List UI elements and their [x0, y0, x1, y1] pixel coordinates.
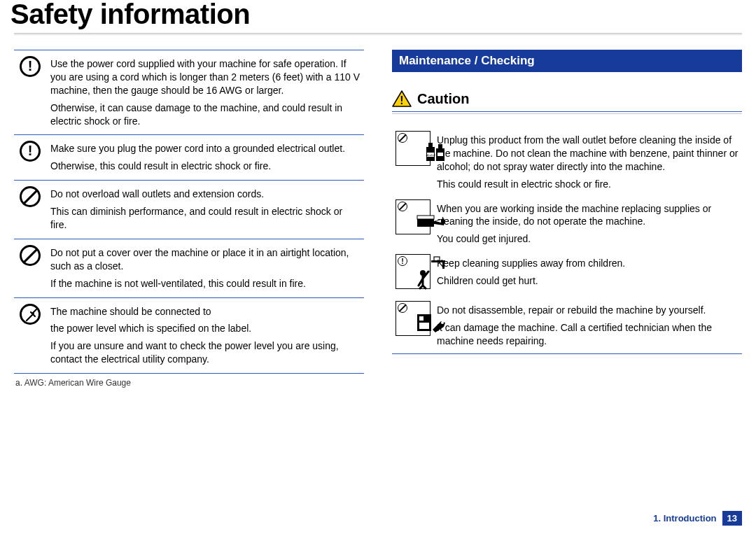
- svg-text:Alcohol: Alcohol: [426, 153, 435, 157]
- safety-text: This can diminish performance, and could…: [50, 205, 360, 232]
- safety-text: Children could get hurt.: [437, 274, 739, 288]
- svg-rect-17: [419, 323, 429, 329]
- svg-rect-16: [419, 316, 424, 321]
- svg-rect-8: [438, 153, 443, 156]
- warning-circle-icon: [20, 56, 41, 77]
- plug-circle-icon: [20, 304, 41, 325]
- safety-text: Do not put a cover over the machine or p…: [50, 246, 360, 273]
- safety-text: This could result in electric shock or f…: [437, 178, 739, 191]
- table-row: Alcohol Unplug this product from the wal…: [392, 128, 742, 197]
- svg-point-18: [441, 321, 444, 324]
- table-row: Make sure you plug the power cord into a…: [14, 135, 364, 181]
- caution-heading: ! Caution: [392, 90, 742, 107]
- title-underline: [14, 33, 742, 36]
- hand-in-machine-prohibit-icon: [396, 199, 430, 234]
- warning-circle-icon: [20, 141, 41, 162]
- caution-label: Caution: [417, 91, 469, 107]
- page-footer: 1. Introduction 13: [653, 511, 742, 526]
- table-row: Do not put a cover over the machine or p…: [14, 239, 364, 297]
- safety-table-left: Use the power cord supplied with your ma…: [14, 50, 364, 374]
- footer-chapter: 1. Introduction: [653, 513, 716, 524]
- chemical-bottles-prohibit-icon: Alcohol: [396, 131, 430, 166]
- divider: [392, 113, 742, 114]
- safety-text: the power level which is specified on th…: [50, 322, 360, 335]
- right-column: Maintenance / Checking ! Caution: [392, 50, 742, 388]
- safety-table-right: Alcohol Unplug this product from the wal…: [392, 128, 742, 354]
- table-divider: [392, 353, 742, 354]
- left-column: Use the power cord supplied with your ma…: [14, 50, 364, 388]
- caution-triangle-icon: !: [392, 90, 412, 107]
- safety-text: Do not overload wall outlets and extensi…: [50, 188, 360, 201]
- prohibit-circle-icon: [20, 245, 41, 266]
- svg-rect-3: [428, 143, 433, 147]
- safety-text: You could get injured.: [437, 232, 739, 246]
- footer-page-number: 13: [722, 511, 742, 526]
- safety-text: Make sure you plug the power cord into a…: [50, 142, 360, 155]
- safety-text: When you are working inside the machine …: [437, 202, 739, 229]
- table-row: Do not disassemble, repair or rebuild th…: [392, 298, 742, 353]
- safety-text: Otherwise, it can cause damage to the ma…: [50, 101, 360, 128]
- safety-text: Otherwise, this could result in electric…: [50, 160, 360, 173]
- table-row: Use the power cord supplied with your ma…: [14, 50, 364, 135]
- divider: [392, 111, 742, 112]
- table-row: When you are working inside the machine …: [392, 197, 742, 252]
- table-row: Do not overload wall outlets and extensi…: [14, 181, 364, 239]
- svg-rect-10: [417, 216, 434, 219]
- table-row: The machine should be connected to the p…: [14, 297, 364, 374]
- svg-text:!: !: [400, 94, 403, 106]
- child-reach-warning-icon: !: [396, 254, 430, 289]
- content-columns: Use the power cord supplied with your ma…: [14, 50, 742, 388]
- safety-text: Do not disassemble, repair or rebuild th…: [437, 304, 739, 317]
- safety-text: Unplug this product from the wall outlet…: [437, 134, 739, 174]
- disassemble-prohibit-icon: [396, 301, 430, 336]
- svg-rect-12: [442, 260, 444, 269]
- page-title: Safety information: [10, 0, 742, 30]
- table-row: ! Keep cleaning supplies away from chi: [392, 251, 742, 298]
- safety-text: It can damage the machine. Call a certif…: [437, 321, 739, 348]
- safety-text: Keep cleaning supplies away from childre…: [437, 257, 739, 270]
- prohibit-circle-icon: [20, 186, 41, 207]
- safety-text: If the machine is not well-ventilated, t…: [50, 277, 360, 290]
- footnote: a. AWG: American Wire Gauge: [15, 378, 364, 388]
- page: Safety information Use the power cord su…: [0, 0, 756, 533]
- safety-text: The machine should be connected to: [50, 305, 360, 318]
- safety-text: Use the power cord supplied with your ma…: [50, 57, 360, 97]
- section-header: Maintenance / Checking: [392, 50, 742, 72]
- safety-text: If you are unsure and want to check the …: [50, 339, 360, 366]
- svg-rect-5: [438, 144, 442, 148]
